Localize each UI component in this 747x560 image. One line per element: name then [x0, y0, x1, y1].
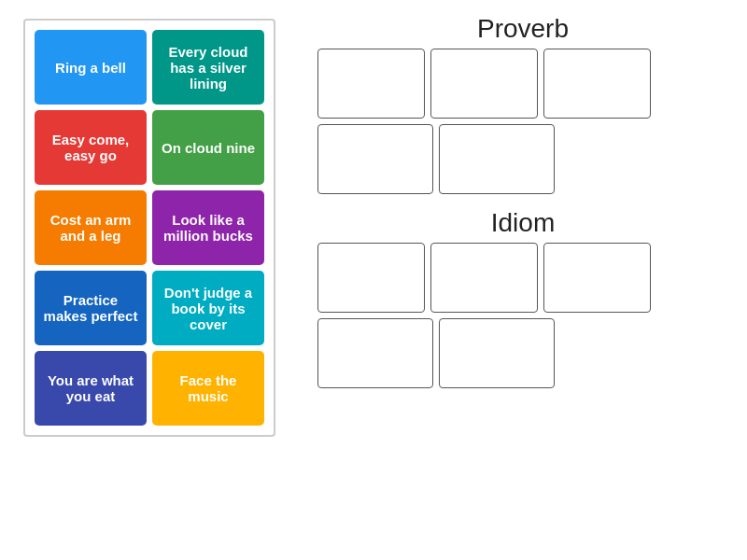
card-easy-come[interactable]: Easy come, easy go — [35, 110, 147, 185]
card-practice-perfect[interactable]: Practice makes perfect — [35, 271, 147, 345]
left-panel: Ring a bell Every cloud has a silver lin… — [0, 0, 299, 560]
card-cost-arm-leg[interactable]: Cost an arm and a leg — [35, 190, 147, 265]
proverb-drop-grid — [317, 49, 728, 194]
card-grid: Ring a bell Every cloud has a silver lin… — [23, 19, 275, 437]
proverb-drop-3[interactable] — [543, 49, 651, 119]
idiom-section: Idiom — [317, 208, 728, 388]
idiom-drop-5[interactable] — [439, 318, 555, 388]
proverb-row-2 — [317, 124, 728, 194]
idiom-drop-4[interactable] — [317, 318, 433, 388]
proverb-title: Proverb — [317, 14, 728, 44]
proverb-section: Proverb — [317, 14, 728, 194]
idiom-drop-1[interactable] — [317, 243, 425, 313]
idiom-drop-3[interactable] — [543, 243, 651, 313]
card-on-cloud-nine[interactable]: On cloud nine — [152, 110, 264, 185]
proverb-drop-1[interactable] — [317, 49, 425, 119]
idiom-drop-grid — [317, 243, 728, 388]
card-every-cloud[interactable]: Every cloud has a silver lining — [152, 30, 264, 105]
card-you-are-what[interactable]: You are what you eat — [35, 351, 147, 426]
proverb-drop-2[interactable] — [430, 49, 538, 119]
proverb-drop-4[interactable] — [317, 124, 433, 194]
idiom-title: Idiom — [317, 208, 728, 238]
card-dont-judge[interactable]: Don't judge a book by its cover — [152, 271, 264, 345]
idiom-row-2 — [317, 318, 728, 388]
proverb-drop-5[interactable] — [439, 124, 555, 194]
idiom-drop-2[interactable] — [430, 243, 538, 313]
card-look-million[interactable]: Look like a million bucks — [152, 190, 264, 265]
card-ring-a-bell[interactable]: Ring a bell — [35, 30, 147, 105]
card-face-music[interactable]: Face the music — [152, 351, 264, 426]
proverb-row-1 — [317, 49, 728, 119]
right-panel: Proverb Idiom — [299, 0, 747, 560]
idiom-row-1 — [317, 243, 728, 313]
